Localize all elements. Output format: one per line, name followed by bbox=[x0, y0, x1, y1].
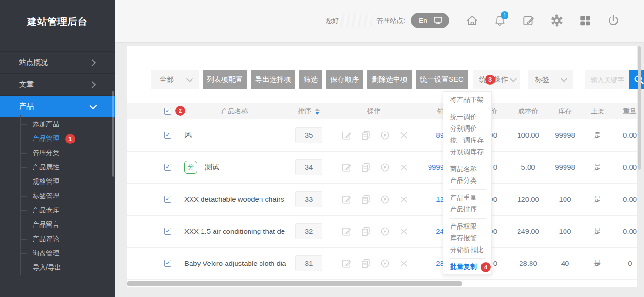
home-icon[interactable] bbox=[465, 14, 479, 27]
weight: 0.00 bbox=[612, 183, 644, 215]
filter-all-select[interactable]: 全部 bbox=[151, 70, 199, 89]
submenu-product-reviews[interactable]: 产品评论 bbox=[0, 232, 115, 246]
menu-item-unified-stock[interactable]: 统一调库存 bbox=[443, 135, 491, 147]
menu-item-product-permission[interactable]: 产品权限 bbox=[443, 221, 491, 233]
filter-button[interactable]: 筛选 bbox=[299, 70, 322, 89]
menu-item-take-off-shelf[interactable]: 将产品下架 bbox=[443, 94, 491, 106]
chevron-down-icon bbox=[90, 102, 97, 110]
sidebar-item-products[interactable]: 产品 bbox=[0, 96, 115, 117]
search-button[interactable] bbox=[629, 70, 644, 89]
preview-eye-icon[interactable] bbox=[379, 130, 391, 141]
sort-value-box[interactable]: 31 bbox=[295, 255, 322, 271]
products-submenu: 添加产品 产品管理 1 管理分类 产品属性 规格管理 标签管理 产品仓库 产品留… bbox=[0, 117, 115, 275]
sales-link[interactable]: 12 bbox=[395, 183, 444, 215]
preview-eye-icon[interactable] bbox=[379, 226, 391, 237]
submenu-inquiry-manage[interactable]: 询盘管理 bbox=[0, 246, 115, 261]
sort-value-box[interactable]: 35 bbox=[295, 127, 322, 143]
submenu-product-attrs[interactable]: 产品属性 bbox=[0, 160, 115, 175]
col-sort[interactable]: 排序 bbox=[295, 103, 322, 119]
sales-link[interactable]: 24 bbox=[395, 215, 444, 247]
export-selected-button[interactable]: 导出选择项 bbox=[251, 70, 295, 89]
app-title: 建站管理后台 bbox=[0, 15, 115, 28]
submenu-manage-category[interactable]: 管理分类 bbox=[0, 146, 115, 160]
sidebar-divider bbox=[0, 287, 115, 287]
edit-compose-icon[interactable] bbox=[522, 14, 535, 27]
batch-ops-select[interactable]: 统一操作 bbox=[473, 70, 520, 89]
tags-select[interactable]: 标签 bbox=[528, 70, 573, 89]
settings-gear-icon[interactable] bbox=[550, 14, 564, 27]
sort-value-box[interactable]: 34 bbox=[295, 159, 322, 175]
menu-item-stock-alert[interactable]: 库存报警 bbox=[443, 232, 491, 244]
row-checkbox[interactable] bbox=[164, 260, 171, 267]
cost-price: 100.00 bbox=[507, 119, 550, 151]
menu-item-unified-price[interactable]: 统一调价 bbox=[443, 111, 491, 123]
submenu-add-product[interactable]: 添加产品 bbox=[0, 117, 115, 132]
select-all-checkbox[interactable] bbox=[164, 108, 171, 115]
sales-link[interactable]: 28 bbox=[395, 247, 444, 279]
language-switch[interactable]: En bbox=[411, 13, 449, 28]
sidebar-item-articles[interactable]: 文章 bbox=[0, 74, 115, 96]
delete-selected-button[interactable]: 删除选中项 bbox=[367, 70, 412, 89]
on-shelf: 是 bbox=[586, 151, 610, 183]
edit-icon[interactable] bbox=[341, 258, 352, 269]
sales-link[interactable]: 9999 bbox=[395, 151, 444, 183]
submenu-import-export[interactable]: 导入/导出 bbox=[0, 261, 115, 275]
sidebar-item-site-overview[interactable]: 站点概况 bbox=[0, 51, 115, 74]
menu-item-batch-copy[interactable]: 批量复制 4 bbox=[443, 261, 491, 273]
preview-eye-icon[interactable] bbox=[379, 162, 391, 173]
menu-item-distribution-discount[interactable]: 分销折扣比 bbox=[443, 244, 491, 256]
submenu-product-warehouse[interactable]: 产品仓库 bbox=[0, 203, 115, 218]
sort-value-box[interactable]: 33 bbox=[295, 191, 322, 207]
preview-eye-icon[interactable] bbox=[379, 258, 391, 269]
copy-icon[interactable] bbox=[360, 130, 372, 141]
menu-item-product-sort[interactable]: 产品排序 bbox=[443, 204, 491, 216]
sort-asc-icon[interactable] bbox=[315, 108, 320, 111]
sidebar-scrollbar[interactable] bbox=[112, 91, 114, 177]
menu-item-separate-stock[interactable]: 分别调库存 bbox=[443, 146, 491, 158]
list-config-button[interactable]: 列表项配置 bbox=[203, 70, 247, 89]
edit-icon[interactable] bbox=[341, 162, 352, 173]
step-badge-3: 3 bbox=[485, 75, 495, 85]
row-checkbox[interactable] bbox=[164, 228, 171, 235]
search-input[interactable] bbox=[585, 70, 629, 89]
copy-icon[interactable] bbox=[360, 258, 372, 269]
edit-icon[interactable] bbox=[341, 130, 352, 141]
stock: 100 bbox=[546, 183, 584, 215]
menu-item-product-name[interactable]: 商品名称 bbox=[443, 164, 491, 176]
chevron-down-icon bbox=[561, 76, 567, 82]
menu-item-product-category[interactable]: 产品分类 bbox=[443, 175, 491, 187]
row-checkbox[interactable] bbox=[164, 132, 171, 139]
preview-eye-icon[interactable] bbox=[379, 194, 391, 205]
weight: 0 bbox=[612, 247, 644, 279]
logout-power-icon[interactable] bbox=[607, 14, 620, 27]
apps-grid-icon[interactable] bbox=[578, 14, 592, 27]
manage-site-label: 管理站点: bbox=[376, 17, 405, 25]
edit-icon[interactable] bbox=[341, 194, 352, 205]
row-checkbox[interactable] bbox=[164, 196, 171, 203]
on-shelf: 是 bbox=[586, 247, 610, 279]
edit-icon[interactable] bbox=[341, 226, 352, 237]
submenu-product-messages[interactable]: 产品留言 bbox=[0, 218, 115, 232]
table-header: 2 产品名称 排序 操作 销 价 成本价 库存 上架 重量 bbox=[127, 103, 637, 119]
vertical-scrollbar[interactable] bbox=[638, 46, 641, 170]
chevron-down-icon bbox=[510, 76, 517, 82]
submenu-tag-manage[interactable]: 标签管理 bbox=[0, 189, 115, 203]
sort-desc-icon[interactable] bbox=[315, 112, 320, 115]
notifications-bell-icon[interactable]: 1 bbox=[493, 14, 507, 27]
sales-link[interactable]: 89 bbox=[395, 119, 444, 151]
copy-icon[interactable] bbox=[360, 194, 372, 205]
submenu-product-manage[interactable]: 产品管理 1 bbox=[0, 132, 115, 146]
batch-seo-button[interactable]: 统一设置SEO bbox=[416, 70, 468, 89]
copy-icon[interactable] bbox=[360, 162, 372, 173]
menu-item-product-weight[interactable]: 产品重量 bbox=[443, 192, 491, 204]
row-checkbox[interactable] bbox=[164, 164, 171, 171]
save-order-button[interactable]: 保存顺序 bbox=[326, 70, 363, 89]
copy-icon[interactable] bbox=[360, 226, 372, 237]
menu-item-separate-price[interactable]: 分别调价 bbox=[443, 123, 491, 135]
menu-divider bbox=[450, 189, 486, 190]
stock: 99998 bbox=[546, 119, 584, 151]
horizontal-scrollbar[interactable] bbox=[127, 281, 462, 286]
sort-value-box[interactable]: 32 bbox=[295, 223, 322, 239]
submenu-spec-manage[interactable]: 规格管理 bbox=[0, 175, 115, 189]
bell-badge: 1 bbox=[501, 11, 508, 19]
